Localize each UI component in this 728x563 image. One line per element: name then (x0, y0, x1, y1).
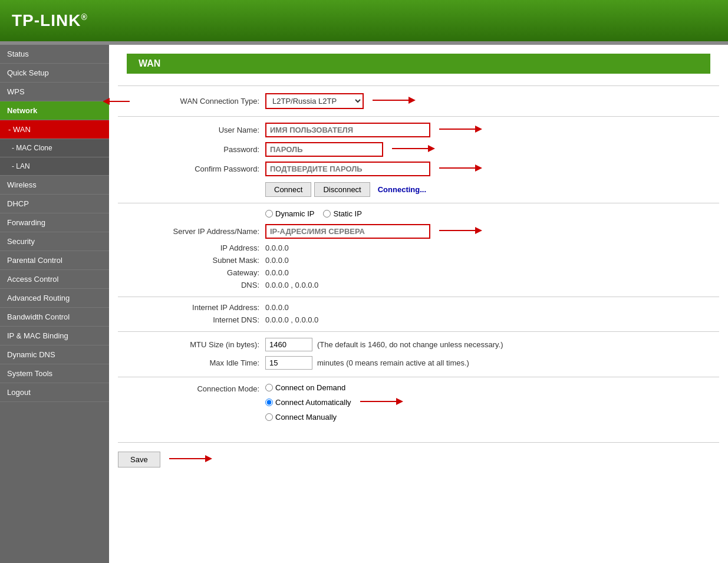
dynamic-ip-radio[interactable] (265, 210, 273, 218)
arrow-right-connect-auto-icon (357, 396, 404, 407)
connection-mode-section: Connection Mode: Connect on Demand Conne… (136, 383, 719, 422)
right-arrow-username (436, 123, 483, 137)
sidebar-item-access-control[interactable]: Access Control (0, 270, 109, 289)
internet-dns-value: 0.0.0.0 , 0.0.0.0 (265, 315, 318, 324)
sidebar-item-wps[interactable]: WPS (0, 83, 109, 101)
arrow-right-server-ip-icon (436, 225, 483, 236)
dynamic-ip-radio-label[interactable]: Dynamic IP (265, 209, 314, 218)
right-arrow-password (389, 143, 436, 156)
mtu-input[interactable] (265, 338, 312, 351)
internet-ip-label: Internet IP Address: (136, 303, 265, 312)
max-idle-label: Max Idle Time: (136, 358, 265, 367)
wan-type-row: WAN Connection Type: L2TP/Russia L2TP Dy… (136, 93, 719, 109)
ip-type-row: Dynamic IP Static IP (118, 209, 719, 218)
sidebar-item-ip-mac-binding[interactable]: IP & MAC Binding (0, 327, 109, 345)
subnet-mask-value: 0.0.0.0 (265, 256, 289, 265)
arrow-right-username-icon (436, 123, 483, 135)
top-divider (118, 85, 719, 86)
connect-buttons-row: Connect Disconnect Connecting... (136, 182, 719, 197)
sidebar-item-parental-control[interactable]: Parental Control (0, 251, 109, 270)
username-row: User Name: (136, 123, 719, 137)
static-ip-radio-label[interactable]: Static IP (323, 209, 361, 218)
wan-title-container: WAN (118, 54, 719, 74)
confirm-password-label: Confirm Password: (136, 164, 265, 173)
wan-type-select[interactable]: L2TP/Russia L2TP Dynamic IP Static IP PP… (266, 94, 363, 108)
mtu-row: MTU Size (in bytes): (The default is 146… (136, 338, 719, 351)
sidebar-item-logout[interactable]: Logout (0, 383, 109, 402)
sidebar-item-quick-setup[interactable]: Quick Setup (0, 64, 109, 83)
logo-text: TP-LINK (12, 11, 81, 29)
sidebar-item-dhcp[interactable]: DHCP (0, 195, 109, 213)
confirm-password-input[interactable] (265, 162, 430, 176)
logo: TP-LINK® (12, 11, 88, 30)
internet-ip-value: 0.0.0.0 (265, 303, 289, 312)
arrow-right-password-icon (389, 143, 436, 154)
divider-4 (118, 331, 719, 332)
sidebar-item-dynamic-dns[interactable]: Dynamic DNS (0, 345, 109, 364)
max-idle-row: Max Idle Time: minutes (0 means remain a… (136, 356, 719, 370)
header: TP-LINK® (0, 0, 728, 41)
username-input[interactable] (265, 123, 430, 137)
static-ip-radio[interactable] (323, 210, 331, 218)
sidebar-item-mac-clone[interactable]: - MAC Clone (0, 139, 109, 157)
sidebar-item-wireless[interactable]: Wireless (0, 176, 109, 195)
divider-3 (118, 297, 719, 297)
sidebar-item-security[interactable]: Security (0, 232, 109, 251)
sidebar-item-status[interactable]: Status (0, 45, 109, 64)
username-label: User Name: (136, 126, 265, 134)
sidebar-item-advanced-routing[interactable]: Advanced Routing (0, 289, 109, 308)
connect-automatically-text: Connect Automatically (275, 398, 351, 407)
arrow-right-wan-type-icon (370, 94, 417, 106)
wan-type-select-wrapper: L2TP/Russia L2TP Dynamic IP Static IP PP… (265, 93, 364, 109)
mtu-hint: (The default is 1460, do not change unle… (317, 340, 503, 349)
connection-mode-options: Connect on Demand Connect Automatically (265, 383, 404, 422)
sidebar-item-lan[interactable]: - LAN (0, 157, 109, 176)
sidebar-item-bandwidth-control[interactable]: Bandwidth Control (0, 308, 109, 327)
sidebar-item-forwarding[interactable]: Forwarding (0, 213, 109, 232)
disconnect-button[interactable]: Disconnect (314, 182, 370, 197)
connect-automatically-label[interactable]: Connect Automatically (265, 398, 351, 407)
server-ip-input[interactable] (265, 224, 430, 239)
right-arrow-wan-type (370, 94, 417, 108)
save-area: Save (118, 442, 719, 467)
dns-label: DNS: (136, 281, 265, 289)
right-arrow-connect-auto (357, 396, 404, 409)
connect-automatically-radio[interactable] (265, 399, 273, 406)
connect-on-demand-label[interactable]: Connect on Demand (265, 383, 404, 392)
sidebar-item-system-tools[interactable]: System Tools (0, 364, 109, 383)
wan-type-label: WAN Connection Type: (136, 97, 265, 106)
connection-status: Connecting... (378, 185, 426, 194)
divider-2 (118, 203, 719, 203)
sidebar-item-network[interactable]: Network (0, 101, 109, 120)
connect-manually-radio[interactable] (265, 413, 273, 421)
connect-button[interactable]: Connect (265, 182, 311, 197)
internet-ip-row: Internet IP Address: 0.0.0.0 (136, 303, 719, 312)
wan-title-bar: WAN (127, 54, 710, 74)
right-arrow-server-ip (436, 225, 483, 238)
connect-auto-row: Connect Automatically (265, 396, 404, 409)
internet-dns-row: Internet DNS: 0.0.0.0 , 0.0.0.0 (136, 315, 719, 324)
arrow-right-confirm-icon (436, 162, 483, 174)
ip-address-value: 0.0.0.0 (265, 243, 289, 252)
server-ip-row: Server IP Address/Name: (136, 224, 719, 239)
subnet-mask-row: Subnet Mask: 0.0.0.0 (136, 256, 719, 265)
sidebar-item-wan[interactable]: - WAN (0, 120, 109, 139)
left-arrow-network (103, 96, 133, 107)
right-arrow-confirm (436, 162, 483, 176)
server-ip-label: Server IP Address/Name: (136, 227, 265, 236)
ip-address-row: IP Address: 0.0.0.0 (136, 243, 719, 252)
arrow-right-save-icon (166, 453, 213, 465)
confirm-password-row: Confirm Password: (136, 162, 719, 176)
max-idle-input[interactable] (265, 356, 312, 370)
static-ip-label: Static IP (333, 209, 361, 218)
connect-on-demand-radio[interactable] (265, 384, 273, 391)
password-input[interactable] (265, 142, 383, 157)
content-inner: WAN Connection Type: L2TP/Russia L2TP Dy… (109, 74, 728, 433)
connect-manually-label[interactable]: Connect Manually (265, 413, 404, 422)
subnet-mask-label: Subnet Mask: (136, 256, 265, 265)
password-row: Password: (136, 142, 719, 157)
gateway-label: Gateway: (136, 268, 265, 277)
content-area: WAN WAN Connection Type: L2TP/Russia L2T… (109, 45, 728, 563)
connect-manually-text: Connect Manually (275, 413, 337, 422)
save-button[interactable]: Save (118, 452, 160, 467)
